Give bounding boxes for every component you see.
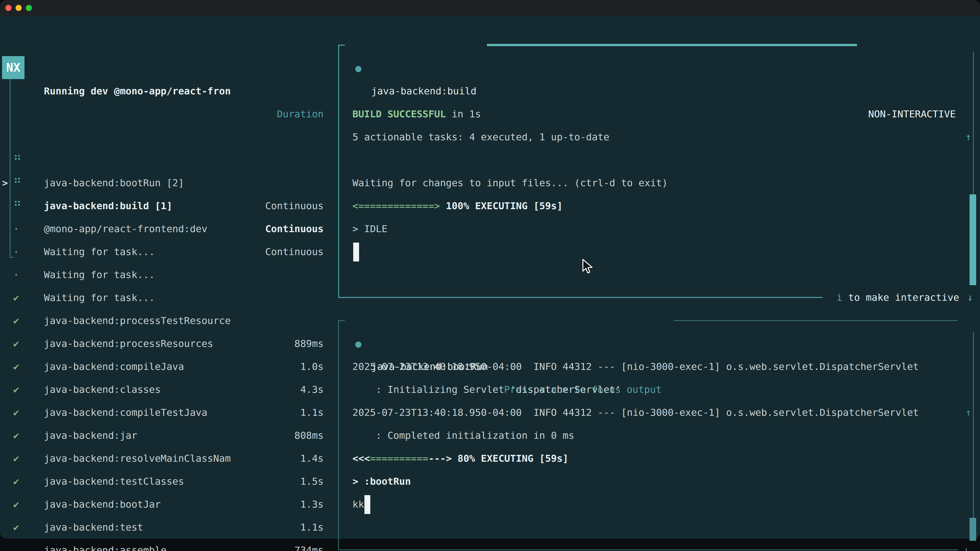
task-row[interactable]: ✔ java-backend:compileJava 4.3s <box>0 309 331 332</box>
terminal-content: NX Running dev @mono-app/react-fron Dura… <box>0 16 980 539</box>
interactive-hint: i to make interactive↓ <box>837 286 959 309</box>
task-duration: Continuous <box>265 240 324 263</box>
log-line: 2025-07-23T13:40:18.950-04:00 INFO 44312… <box>352 355 952 378</box>
build-status-line: BUILD SUCCESSFUL in 1s <box>352 103 481 125</box>
build-panel-title: java-backend:build <box>371 79 476 103</box>
log-line: : Initializing Servlet 'dispatcherServle… <box>352 378 952 401</box>
task-row[interactable]: · Waiting for task... <box>0 218 331 240</box>
task-row[interactable]: ✔ java-backend:assemble 774ms <box>0 493 331 516</box>
bootrun-log-output: 2025-07-23T13:40:18.950-04:00 INFO 44312… <box>352 355 952 447</box>
non-interactive-badge: NON-INTERACTIVE <box>868 103 956 125</box>
completed-task-list: ✔ java-backend:processTestResource 889ms… <box>0 263 331 516</box>
task-row[interactable]: ⠛ java-backend:bootRun [2] Continuous <box>0 103 331 125</box>
window-titlebar <box>0 0 980 16</box>
terminal-window: NX Running dev @mono-app/react-fron Dura… <box>0 0 980 551</box>
build-panel-header: ● java-backend:build NON-INTERACTIVE ↑ <box>338 34 980 57</box>
task-row[interactable]: ✔ java-backend:jar 1.4s <box>0 378 331 401</box>
mouse-cursor <box>581 259 593 276</box>
gradle-progress-line: <<<==========---> 80% EXECUTING [59s] <box>352 447 569 470</box>
minimize-window-button[interactable] <box>16 5 22 11</box>
task-status-dot-icon: ● <box>355 332 361 355</box>
progress-label: 100% EXECUTING [59s] <box>440 200 563 211</box>
task-row[interactable]: ✔ java-backend:test 734ms <box>0 470 331 493</box>
task-status-dot-icon: ● <box>355 57 361 79</box>
build-panel-bottom-border <box>338 297 822 298</box>
scroll-down-icon[interactable]: ↓ <box>967 286 973 309</box>
sidebar-header: Running dev @mono-app/react-fron Duratio… <box>0 57 331 79</box>
gradle-progress-line: <=============> 100% EXECUTING [59s] <box>352 194 563 218</box>
typed-input-line[interactable]: kk <box>352 493 364 516</box>
scroll-up-icon[interactable]: ↑ <box>966 125 971 148</box>
sidebar-footer: ← 1/2 → quit: q help: ? <box>0 539 331 551</box>
terminal-cursor <box>364 495 370 514</box>
bootrun-panel-scroll-track[interactable] <box>973 332 974 540</box>
bootrun-panel-header: ● java-backend:bootRun Press <tab> to fo… <box>338 309 980 332</box>
zoom-window-button[interactable] <box>26 5 32 11</box>
task-duration: 1.1s <box>300 516 324 539</box>
check-icon: ✔ <box>13 516 19 539</box>
log-line: : Completed initialization in 0 ms <box>352 424 952 447</box>
scroll-down-icon[interactable]: ↓ <box>963 539 969 551</box>
interactive-hint-key: i <box>837 292 842 303</box>
task-row[interactable]: ✔ java-backend:processResources 1.0s <box>0 286 331 309</box>
bootrun-panel-scroll-thumb[interactable] <box>969 518 976 541</box>
task-row[interactable]: ✔ java-backend:testClasses 1.3s <box>0 424 331 447</box>
idle-status-line: > IDLE <box>352 218 387 240</box>
task-row[interactable]: · Waiting for task... <box>0 171 331 194</box>
task-row[interactable]: > ⠛ java-backend:build [1] Continuous <box>0 125 331 148</box>
task-row[interactable]: ✔ java-backend:classes 1.1s <box>0 332 331 355</box>
task-row[interactable]: ⠛ @mono-app/react-frontend:dev Continuou… <box>0 148 331 171</box>
progress-label: 80% EXECUTING [59s] <box>452 453 569 464</box>
task-row[interactable]: · Waiting for task... <box>0 194 331 218</box>
scroll-up-icon[interactable]: ↑ <box>966 401 971 424</box>
bootrun-panel-bottom-border <box>338 549 958 550</box>
bootrun-prompt-line: > :bootRun <box>352 470 411 493</box>
waiting-for-changes-line: Waiting for changes to input files... (c… <box>352 171 668 194</box>
task-row[interactable]: ✔ java-backend:resolveMainClassNam 1.5s <box>0 401 331 424</box>
log-line: 2025-07-23T13:40:18.950-04:00 INFO 44312… <box>352 401 952 424</box>
task-row[interactable]: ✔ java-backend:compileTestJava 808ms <box>0 355 331 378</box>
running-task-list: ⠛ java-backend:bootRun [2] Continuous > … <box>0 103 331 240</box>
task-row[interactable]: ✔ java-backend:processTestResource 889ms <box>0 263 331 286</box>
task-row[interactable]: ✔ java-backend:bootJar 1.1s <box>0 447 331 470</box>
terminal-cursor <box>353 243 359 262</box>
progress-bar: ========== <box>370 453 428 464</box>
build-panel-scroll-thumb[interactable] <box>969 194 976 285</box>
progress-bar: <=============> <box>352 200 440 211</box>
actionable-tasks-line: 5 actionable tasks: 4 executed, 1 up-to-… <box>352 125 609 148</box>
close-window-button[interactable] <box>5 5 11 11</box>
sidebar-title: Running dev @mono-app/react-fron <box>44 79 231 103</box>
